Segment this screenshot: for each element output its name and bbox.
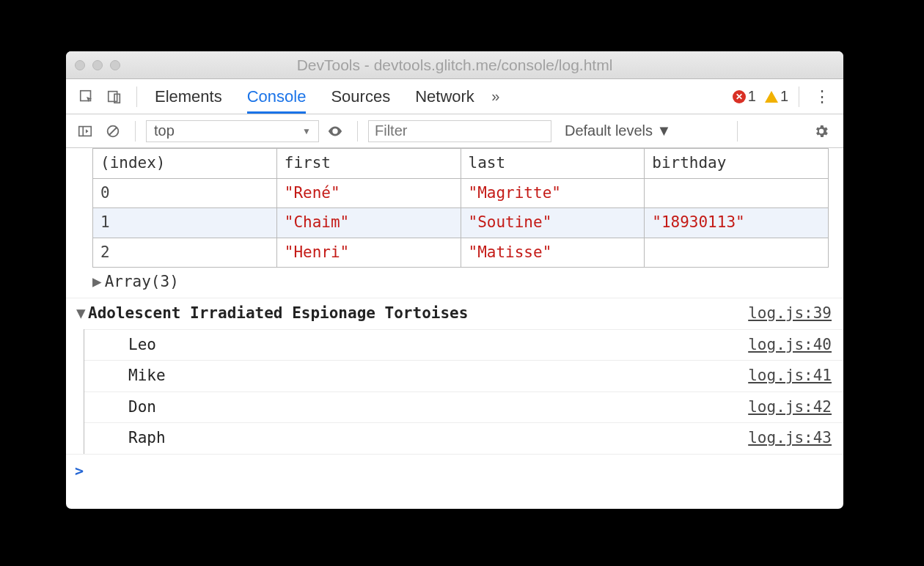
separator	[357, 121, 358, 142]
tab-sources[interactable]: Sources	[331, 79, 390, 114]
disclosure-triangle-icon[interactable]: ▼	[76, 301, 88, 326]
log-levels-selector[interactable]: Default levels ▼	[565, 122, 671, 139]
close-window-icon[interactable]	[75, 60, 85, 70]
svg-line-6	[109, 127, 117, 135]
main-tab-bar: Elements Console Sources Network » ✕ 1 1…	[66, 79, 843, 114]
more-tabs-icon[interactable]: »	[486, 88, 505, 105]
console-table: (index) first last birthday 0 "René" "Ma…	[92, 148, 829, 268]
svg-rect-1	[109, 91, 117, 101]
menu-icon[interactable]: ⋮	[810, 87, 835, 106]
error-icon: ✕	[733, 90, 746, 103]
console-prompt[interactable]: >	[66, 454, 843, 487]
array-summary[interactable]: ▶Array(3)	[92, 268, 843, 298]
source-link[interactable]: log.js:40	[748, 333, 832, 358]
separator	[135, 121, 136, 142]
filter-input[interactable]	[368, 120, 551, 142]
tab-console[interactable]: Console	[247, 79, 307, 114]
disclosure-triangle-icon[interactable]: ▶	[92, 273, 102, 290]
console-output: (index) first last birthday 0 "René" "Ma…	[66, 148, 843, 509]
table-row[interactable]: 1 "Chaim" "Soutine" "18930113"	[93, 208, 829, 238]
svg-rect-3	[79, 126, 92, 136]
tab-elements[interactable]: Elements	[155, 79, 222, 114]
context-label: top	[154, 122, 175, 139]
console-log-row[interactable]: Don log.js:42	[84, 392, 843, 423]
table-row[interactable]: 2 "Henri" "Matisse"	[93, 238, 829, 268]
prompt-caret-icon: >	[75, 459, 84, 482]
separator	[737, 121, 738, 142]
devtools-window: DevTools - devtools.glitch.me/console/lo…	[66, 51, 843, 509]
panel-tabs: Elements Console Sources Network	[155, 79, 474, 114]
th-index[interactable]: (index)	[93, 149, 277, 179]
error-count: 1	[748, 88, 756, 105]
th-last[interactable]: last	[461, 149, 645, 179]
console-group-header[interactable]: ▼ Adolescent Irradiated Espionage Tortoi…	[66, 298, 843, 329]
tab-network[interactable]: Network	[415, 79, 474, 114]
console-toolbar: top ▼ Default levels ▼	[66, 114, 843, 148]
separator	[136, 87, 137, 107]
warning-icon	[765, 91, 778, 103]
window-controls[interactable]	[75, 60, 120, 70]
device-toolbar-icon[interactable]	[103, 85, 126, 109]
window-title: DevTools - devtools.glitch.me/console/lo…	[66, 56, 843, 74]
source-link[interactable]: log.js:42	[748, 395, 832, 420]
gear-icon[interactable]	[810, 120, 833, 143]
source-link[interactable]: log.js:41	[748, 364, 832, 389]
warning-badge[interactable]: 1	[765, 88, 788, 105]
zoom-window-icon[interactable]	[110, 60, 120, 70]
chevron-down-icon: ▼	[302, 126, 311, 136]
console-log-row[interactable]: Mike log.js:41	[84, 360, 843, 392]
minimize-window-icon[interactable]	[92, 60, 103, 70]
console-group-body: Leo log.js:40 Mike log.js:41 Don log.js:…	[84, 329, 843, 454]
source-link[interactable]: log.js:39	[748, 301, 832, 326]
th-first[interactable]: first	[276, 149, 461, 179]
th-birthday[interactable]: birthday	[645, 149, 829, 179]
toggle-sidebar-icon[interactable]	[73, 120, 97, 143]
console-log-row[interactable]: Leo log.js:40	[84, 329, 843, 361]
inspect-element-icon[interactable]	[75, 85, 98, 109]
live-expression-icon[interactable]	[323, 120, 347, 143]
warning-count: 1	[780, 88, 788, 105]
error-badge[interactable]: ✕ 1	[733, 88, 756, 105]
titlebar: DevTools - devtools.glitch.me/console/lo…	[66, 51, 843, 79]
separator	[799, 87, 799, 107]
table-row[interactable]: 0 "René" "Magritte"	[93, 178, 829, 208]
console-log-row[interactable]: Raph log.js:43	[84, 422, 843, 454]
source-link[interactable]: log.js:43	[748, 426, 832, 451]
clear-console-icon[interactable]	[101, 120, 125, 143]
group-label: Adolescent Irradiated Espionage Tortoise…	[88, 301, 748, 326]
context-selector[interactable]: top ▼	[146, 120, 319, 142]
